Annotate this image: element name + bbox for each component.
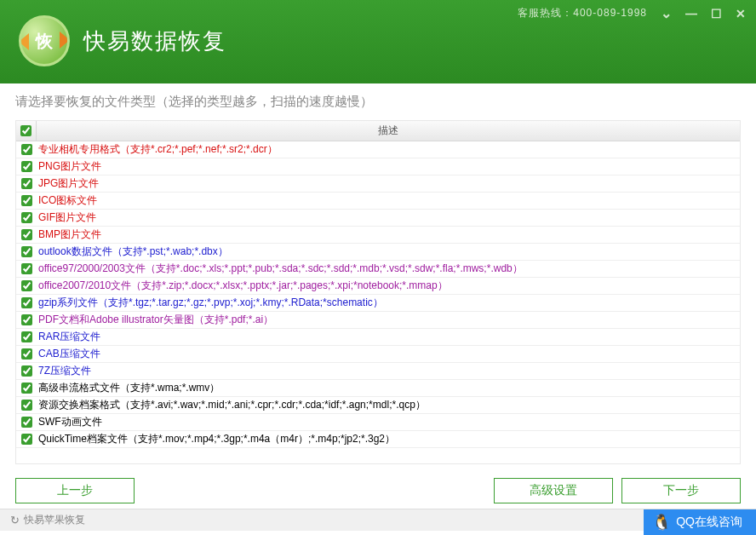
row-description: outlook数据文件（支持*.pst;*.wab;*.dbx） — [37, 244, 740, 259]
table-row[interactable]: office2007/2010文件（支持*.zip;*.docx;*.xlsx;… — [16, 278, 740, 295]
row-description: QuickTime档案文件（支持*.mov;*.mp4;*.3gp;*.m4a（… — [37, 432, 740, 446]
table-row[interactable]: QuickTime档案文件（支持*.mov;*.mp4;*.3gp;*.m4a（… — [16, 431, 740, 448]
row-description: ICO图标文件 — [37, 193, 740, 208]
advanced-settings-button[interactable]: 高级设置 — [494, 478, 613, 503]
table-row[interactable]: PNG图片文件 — [16, 158, 740, 175]
row-checkbox[interactable] — [21, 229, 32, 240]
table-row[interactable]: PDF文档和Adobe illustrator矢量图（支持*.pdf;*.ai） — [16, 312, 740, 329]
row-description: GIF图片文件 — [37, 210, 740, 225]
row-check-cell — [16, 383, 37, 394]
row-description: PNG图片文件 — [37, 159, 740, 174]
table-row[interactable]: SWF动画文件 — [16, 414, 740, 431]
table-row[interactable]: BMP图片文件 — [16, 227, 740, 244]
bottom-bar: ↻ 快易苹果恢复 — [0, 509, 756, 531]
row-description: gzip系列文件（支持*.tgz;*.tar.gz;*.gz;*.pvp;*.x… — [37, 296, 740, 310]
row-checkbox[interactable] — [21, 212, 32, 223]
row-check-cell — [16, 161, 37, 172]
footer-buttons: 上一步 高级设置 下一步 — [0, 469, 756, 509]
table-row[interactable]: 专业相机专用格式（支持*.cr2;*.pef;*.nef;*.sr2;*.dcr… — [16, 141, 740, 158]
row-checkbox[interactable] — [21, 417, 32, 428]
row-description: 资源交换档案格式（支持*.avi;*.wav;*.mid;*.ani;*.cpr… — [37, 398, 740, 412]
row-checkbox[interactable] — [21, 383, 32, 394]
prev-button[interactable]: 上一步 — [15, 478, 135, 503]
row-description: CAB压缩文件 — [37, 347, 740, 361]
row-checkbox[interactable] — [21, 263, 32, 274]
table-row[interactable]: gzip系列文件（支持*.tgz;*.tar.gz;*.gz;*.pvp;*.x… — [16, 295, 740, 312]
row-checkbox[interactable] — [21, 246, 32, 257]
dropdown-icon[interactable]: ⌄ — [661, 5, 672, 21]
row-check-cell — [16, 263, 37, 274]
logo-char: 恢 — [36, 30, 53, 53]
apple-recovery-link[interactable]: ↻ 快易苹果恢复 — [10, 513, 85, 527]
row-description: office2007/2010文件（支持*.zip;*.docx;*.xlsx;… — [37, 279, 740, 293]
row-checkbox[interactable] — [21, 161, 32, 172]
table-row[interactable]: 高级串流格式文件（支持*.wma;*.wmv） — [16, 380, 740, 397]
window-controls: ⌄ — ☐ ✕ — [661, 5, 746, 21]
row-check-cell — [16, 417, 37, 428]
qq-consult-button[interactable]: 🐧 QQ在线咨询 — [644, 509, 756, 535]
row-checkbox[interactable] — [21, 365, 32, 377]
row-check-cell — [16, 434, 37, 445]
close-icon[interactable]: ✕ — [736, 7, 746, 20]
row-check-cell — [16, 365, 37, 377]
table-row[interactable]: CAB压缩文件 — [16, 346, 740, 363]
top-bar: 客服热线：400-089-1998 ⌄ — ☐ ✕ — [518, 5, 746, 21]
row-checkbox[interactable] — [21, 280, 32, 291]
table-body[interactable]: 专业相机专用格式（支持*.cr2;*.pef;*.nef;*.sr2;*.dcr… — [16, 141, 740, 463]
maximize-icon[interactable]: ☐ — [711, 7, 722, 20]
apple-recovery-label: 快易苹果恢复 — [24, 513, 85, 527]
qq-icon: 🐧 — [652, 513, 671, 532]
row-check-cell — [16, 331, 37, 342]
qq-label: QQ在线咨询 — [676, 515, 742, 530]
instruction-text: 请选择要恢复的文件类型（选择的类型越多，扫描的速度越慢） — [15, 94, 741, 110]
row-description: BMP图片文件 — [37, 227, 740, 242]
table-row[interactable]: outlook数据文件（支持*.pst;*.wab;*.dbx） — [16, 244, 740, 261]
row-description: PDF文档和Adobe illustrator矢量图（支持*.pdf;*.ai） — [37, 313, 740, 327]
table-row[interactable]: office97/2000/2003文件（支持*.doc;*.xls;*.ppt… — [16, 261, 740, 278]
table-row[interactable]: 资源交换档案格式（支持*.avi;*.wav;*.mid;*.ani;*.cpr… — [16, 397, 740, 414]
hotline-text: 客服热线：400-089-1998 — [518, 6, 647, 20]
file-type-table: 描述 专业相机专用格式（支持*.cr2;*.pef;*.nef;*.sr2;*.… — [15, 120, 741, 464]
table-row[interactable]: RAR压缩文件 — [16, 329, 740, 346]
table-row[interactable]: GIF图片文件 — [16, 210, 740, 227]
next-button[interactable]: 下一步 — [621, 478, 741, 503]
row-check-cell — [16, 314, 37, 325]
table-row[interactable]: ICO图标文件 — [16, 193, 740, 210]
row-checkbox[interactable] — [21, 178, 32, 189]
row-check-cell — [16, 229, 37, 240]
row-check-cell — [16, 297, 37, 308]
refresh-icon: ↻ — [10, 514, 20, 526]
row-checkbox[interactable] — [21, 297, 32, 308]
row-check-cell — [16, 212, 37, 223]
row-check-cell — [16, 400, 37, 411]
content: 请选择要恢复的文件类型（选择的类型越多，扫描的速度越慢） 描述 专业相机专用格式… — [0, 83, 756, 469]
minimize-icon[interactable]: — — [685, 7, 697, 20]
app-header: 客服热线：400-089-1998 ⌄ — ☐ ✕ 恢 快易数据恢复 — [0, 0, 756, 83]
row-description: SWF动画文件 — [37, 415, 740, 429]
row-description: 7Z压缩文件 — [37, 364, 740, 378]
row-checkbox[interactable] — [21, 314, 32, 325]
table-row[interactable]: JPG图片文件 — [16, 175, 740, 193]
logo-icon: 恢 — [19, 15, 70, 66]
table-row[interactable]: 7Z压缩文件 — [16, 363, 740, 380]
row-check-cell — [16, 280, 37, 291]
row-description: 高级串流格式文件（支持*.wma;*.wmv） — [37, 381, 740, 395]
select-all-cell — [16, 121, 37, 141]
row-checkbox[interactable] — [21, 331, 32, 342]
row-description: office97/2000/2003文件（支持*.doc;*.xls;*.ppt… — [37, 262, 740, 276]
row-description: JPG图片文件 — [37, 176, 740, 191]
row-checkbox[interactable] — [21, 144, 32, 155]
row-description: 专业相机专用格式（支持*.cr2;*.pef;*.nef;*.sr2;*.dcr… — [37, 142, 740, 157]
table-header: 描述 — [16, 121, 740, 141]
row-checkbox[interactable] — [21, 434, 32, 445]
row-description: RAR压缩文件 — [37, 330, 740, 344]
column-header-description: 描述 — [37, 124, 740, 138]
select-all-checkbox[interactable] — [20, 125, 32, 136]
row-check-cell — [16, 195, 37, 206]
row-checkbox[interactable] — [21, 195, 32, 206]
row-check-cell — [16, 246, 37, 257]
row-check-cell — [16, 144, 37, 155]
row-checkbox[interactable] — [21, 400, 32, 411]
row-check-cell — [16, 348, 37, 360]
row-checkbox[interactable] — [21, 348, 32, 360]
